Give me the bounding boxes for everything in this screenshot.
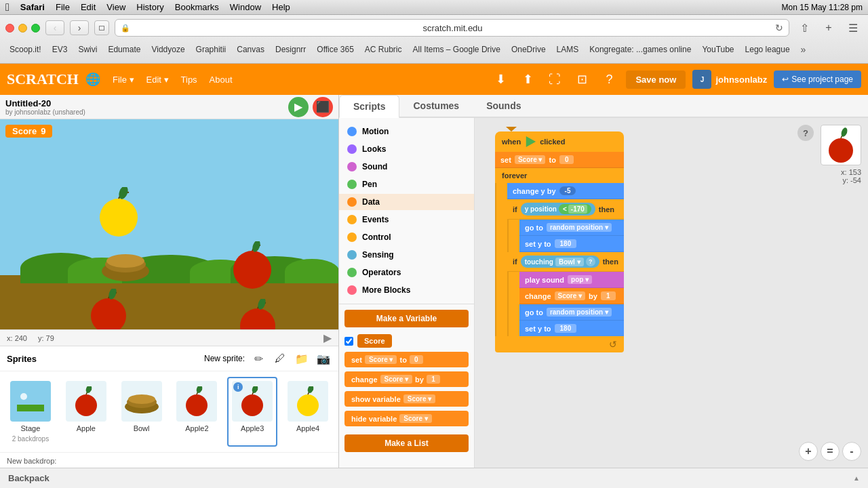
bowl-dropdown[interactable]: Bowl ▾	[555, 258, 584, 266]
edit-menu-scratch[interactable]: Edit ▾	[141, 72, 174, 87]
bookmark-googledrive[interactable]: All Items – Google Drive	[409, 43, 505, 56]
share-button[interactable]: ⇧	[795, 20, 814, 35]
bookmarks-overflow[interactable]: »	[797, 43, 810, 56]
category-looks[interactable]: Looks	[339, 141, 474, 157]
tab-sounds[interactable]: Sounds	[473, 95, 534, 118]
score-dropdown-script[interactable]: Score ▾	[515, 155, 546, 164]
category-operators[interactable]: Operators	[339, 264, 474, 281]
bookmark-designrr[interactable]: Designrr	[271, 43, 310, 56]
safari-menu[interactable]: Safari	[20, 2, 45, 12]
add-bookmark-button[interactable]: +	[819, 20, 838, 35]
set-y-180-2-field[interactable]: 180	[555, 324, 577, 333]
bookmark-scoopit[interactable]: Scoop.it!	[5, 43, 45, 56]
by-one-field[interactable]: 1	[601, 291, 616, 300]
zoom-reset-button[interactable]: =	[821, 442, 840, 461]
make-list-button[interactable]: Make a List	[344, 434, 469, 452]
when-clicked-hat[interactable]: when clicked	[495, 131, 624, 152]
backpack-bar[interactable]: Backpack ▲	[0, 468, 868, 488]
tab-view-button[interactable]: □	[94, 20, 109, 35]
bookmark-canvas[interactable]: Canvas	[233, 43, 269, 56]
upload-sprite-button[interactable]: 📁	[294, 350, 310, 367]
sprite-item-apple3[interactable]: i Apple3	[227, 377, 277, 447]
stop-button[interactable]: ⬛	[313, 97, 333, 117]
fullscreen-icon[interactable]: ⛶	[545, 69, 565, 89]
sprite-item-stage[interactable]: Stage 2 backdrops	[5, 377, 56, 447]
if-touching-block[interactable]: if touching Bowl ▾ ? then	[507, 252, 624, 272]
pop-dropdown[interactable]: pop ▾	[568, 275, 592, 284]
less-than-op[interactable]: < -170	[559, 204, 591, 214]
forward-button[interactable]: ›	[70, 20, 89, 35]
show-var-dropdown[interactable]: Score ▾	[403, 394, 436, 403]
history-menu[interactable]: History	[136, 2, 163, 12]
bookmark-onedrive[interactable]: OneDrive	[507, 43, 550, 56]
bookmark-viddyoze[interactable]: Viddyoze	[147, 43, 189, 56]
y-position-bool[interactable]: y position < -170	[521, 203, 595, 216]
go-to-random2-block[interactable]: go to random position ▾	[519, 304, 624, 321]
address-bar-wrap[interactable]: 🔒 ↻	[115, 19, 789, 37]
score-var-block[interactable]: Score	[357, 334, 392, 348]
score-checkbox[interactable]	[344, 337, 353, 346]
back-button[interactable]: ‹	[45, 20, 64, 35]
tips-menu[interactable]: Tips	[176, 72, 203, 87]
bookmark-swivi[interactable]: Swivi	[74, 43, 101, 56]
edit-menu[interactable]: Edit	[81, 2, 96, 12]
about-menu[interactable]: About	[204, 72, 238, 87]
sprite-item-apple2[interactable]: Apple2	[172, 377, 222, 447]
go-to-random-block[interactable]: go to random position ▾	[519, 220, 624, 236]
set-score-block[interactable]: set Score ▾ to 0	[344, 352, 469, 367]
tab-scripts[interactable]: Scripts	[339, 95, 399, 118]
hide-var-dropdown[interactable]: Score ▾	[399, 414, 432, 423]
help-menu[interactable]: Help	[272, 2, 290, 12]
change-y-value[interactable]: -5	[559, 186, 576, 195]
random-dropdown2[interactable]: random position ▾	[547, 308, 612, 317]
category-more-blocks[interactable]: More Blocks	[339, 282, 474, 298]
view-menu[interactable]: View	[106, 2, 125, 12]
zoom-out-button[interactable]: -	[842, 442, 861, 461]
change-y-block[interactable]: change y by -5	[507, 183, 624, 199]
help-icon-top[interactable]: ?	[599, 69, 619, 89]
save-now-button[interactable]: Save now	[626, 70, 686, 89]
category-sensing[interactable]: Sensing	[339, 247, 474, 263]
close-button[interactable]	[5, 24, 14, 33]
minimize-button[interactable]	[18, 24, 27, 33]
forever-block[interactable]: forever change y by -5 if	[495, 168, 624, 352]
fullscreen-button[interactable]	[31, 24, 40, 33]
bookmark-office365[interactable]: Office 365	[313, 43, 357, 56]
if-y-block[interactable]: if y position < -170 then	[507, 199, 624, 220]
make-variable-button[interactable]: Make a Variable	[344, 310, 469, 327]
bookmark-youtube[interactable]: YouTube	[698, 43, 738, 56]
category-motion[interactable]: Motion	[339, 123, 474, 140]
set-score-dropdown[interactable]: Score ▾	[365, 355, 397, 364]
stage-expand-button[interactable]: ▶	[323, 331, 332, 344]
set-value-field[interactable]: 0	[410, 355, 423, 364]
tab-costumes[interactable]: Costumes	[399, 95, 473, 118]
to-zero-field[interactable]: 0	[559, 155, 574, 164]
help-icon-canvas[interactable]: ?	[797, 125, 814, 141]
camera-sprite-button[interactable]: 📷	[315, 350, 332, 367]
stage-canvas[interactable]: Score 9	[0, 119, 338, 329]
paint-sprite-button[interactable]: ✏	[250, 350, 267, 367]
shrink-icon[interactable]: ⊡	[572, 69, 592, 89]
bookmark-kongregate[interactable]: Kongregate: ...games online	[585, 43, 695, 56]
category-control[interactable]: Control	[339, 229, 474, 245]
category-pen[interactable]: Pen	[339, 176, 474, 192]
play-sound-block[interactable]: play sound pop ▾	[519, 272, 624, 288]
show-variable-block[interactable]: show variable Score ▾	[344, 391, 469, 407]
category-sound[interactable]: Sound	[339, 159, 474, 175]
bookmark-graphitii[interactable]: Graphitii	[192, 43, 231, 56]
category-events[interactable]: Events	[339, 211, 474, 228]
apple-menu[interactable]: 	[5, 1, 9, 14]
sprite-item-apple4[interactable]: Apple4	[283, 377, 333, 447]
script-canvas[interactable]: when clicked set Score ▾ to 0	[475, 118, 868, 468]
set-y-180-block[interactable]: set y to 180	[519, 236, 624, 252]
play-button[interactable]: ▶	[288, 97, 309, 117]
file-menu-scratch[interactable]: File ▾	[107, 72, 140, 87]
set-y-180-2-block[interactable]: set y to 180	[519, 321, 624, 336]
draw-sprite-button[interactable]: 🖊	[272, 350, 288, 367]
change-value-field[interactable]: 1	[427, 375, 440, 384]
bookmarks-menu[interactable]: Bookmarks	[175, 2, 219, 12]
score-dropdown-2[interactable]: Score ▾	[555, 291, 586, 300]
bookmark-acrubric[interactable]: AC Rubric	[361, 43, 406, 56]
address-bar[interactable]	[133, 23, 772, 33]
file-menu[interactable]: File	[56, 2, 70, 12]
